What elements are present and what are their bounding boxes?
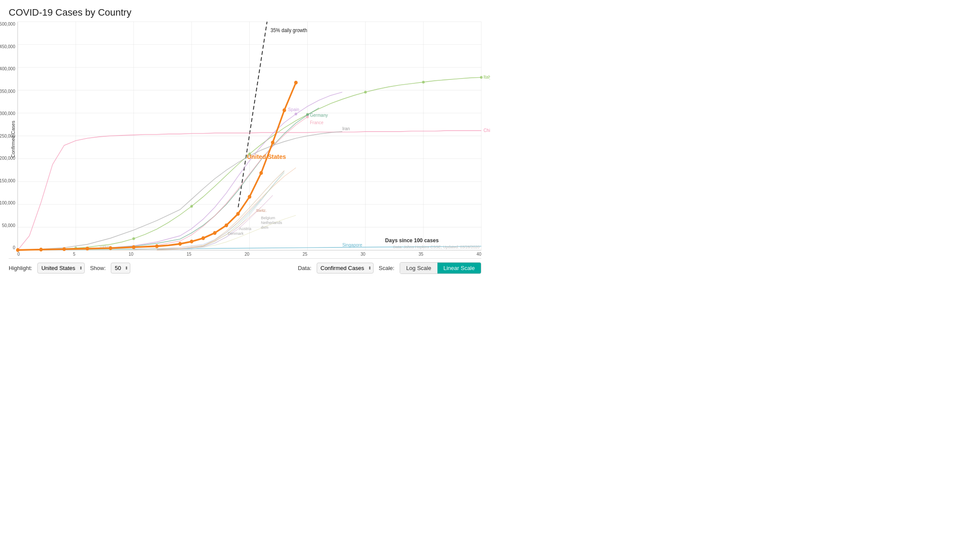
svg-point-30 (480, 76, 483, 79)
highlight-select-wrapper[interactable]: United States (37, 263, 85, 273)
chart-area: Confirmed Cases (9, 22, 481, 257)
svg-text:Belgium: Belgium (261, 215, 275, 220)
scale-label: Scale: (379, 265, 394, 271)
x-tick-15: 15 (186, 252, 191, 257)
svg-text:Austria: Austria (239, 226, 252, 231)
svg-text:Denmark: Denmark (228, 231, 244, 236)
svg-text:dxm: dxm (261, 224, 268, 229)
svg-text:France: France (310, 119, 323, 125)
svg-point-59 (225, 224, 228, 227)
svg-point-50 (63, 247, 66, 251)
svg-point-54 (155, 244, 159, 248)
y-tick-50k: 50,000 (2, 223, 15, 228)
chart-inner: 35% daily growth Italy (17, 22, 481, 257)
svg-point-60 (236, 212, 240, 216)
svg-point-56 (190, 240, 193, 244)
show-select-wrapper[interactable]: 50 (111, 263, 130, 273)
svg-point-52 (109, 246, 112, 250)
svg-point-49 (39, 248, 43, 252)
y-tick-500k: 500,000 (0, 22, 15, 26)
svg-text:Germany: Germany (310, 112, 328, 118)
svg-point-57 (202, 236, 205, 240)
svg-text:Netherlands: Netherlands (261, 220, 282, 224)
svg-point-63 (271, 141, 275, 145)
svg-point-61 (248, 195, 251, 199)
svg-line-20 (238, 22, 267, 207)
y-tick-450k: 450,000 (0, 44, 15, 49)
x-tick-40: 40 (477, 252, 481, 257)
x-tick-25: 25 (302, 252, 307, 257)
page-container: COVID-19 Cases by Country Confirmed Case… (0, 0, 490, 280)
svg-text:United States: United States (247, 153, 286, 160)
y-tick-150k: 150,000 (0, 178, 15, 183)
svg-text:China: China (483, 128, 490, 133)
scale-buttons: Log Scale Linear Scale (400, 262, 481, 274)
y-tick-0: 0 (13, 245, 15, 250)
svg-point-53 (132, 245, 136, 249)
svg-text:35% daily growth: 35% daily growth (271, 28, 307, 33)
x-tick-35: 35 (418, 252, 423, 257)
svg-point-64 (282, 108, 286, 112)
highlight-select[interactable]: United States (37, 263, 85, 273)
x-tick-30: 30 (361, 252, 365, 257)
svg-point-58 (213, 231, 216, 235)
x-axis: 0 5 10 15 20 25 30 35 40 (17, 250, 481, 257)
svg-point-29 (422, 81, 425, 84)
y-tick-350k: 350,000 (0, 89, 15, 94)
svg-point-51 (86, 247, 89, 250)
svg-text:Days since 100 cases: Days since 100 cases (385, 237, 439, 244)
svg-point-25 (190, 205, 193, 208)
data-label: Data: (298, 265, 311, 271)
data-source: Data: Johns Hopkins CSSE; Updated: 03/28… (393, 245, 480, 249)
svg-text:Iran: Iran (342, 125, 350, 131)
svg-point-55 (178, 242, 182, 246)
highlight-label: Highlight: (9, 265, 32, 271)
y-tick-100k: 100,000 (0, 201, 15, 205)
bottom-bar: Highlight: United States Show: 50 Data: … (9, 258, 481, 276)
show-select[interactable]: 50 (111, 263, 130, 273)
svg-point-33 (295, 112, 297, 115)
chart-svg: 35% daily growth Italy (18, 22, 481, 250)
svg-text:Singapore: Singapore (342, 242, 362, 247)
y-tick-200k: 200,000 (0, 156, 15, 161)
x-tick-5: 5 (73, 252, 76, 257)
linear-scale-button[interactable]: Linear Scale (437, 263, 481, 273)
svg-point-37 (306, 115, 309, 119)
svg-text:Italy: Italy (483, 74, 490, 79)
y-tick-250k: 250,000 (0, 134, 15, 138)
x-tick-20: 20 (245, 252, 249, 257)
x-tick-0: 0 (17, 252, 20, 257)
chart-plot: 35% daily growth Italy (17, 22, 481, 250)
show-label: Show: (90, 265, 106, 271)
y-tick-300k: 300,000 (0, 111, 15, 116)
svg-point-28 (364, 91, 367, 94)
data-select[interactable]: Confirmed Cases (317, 263, 374, 273)
log-scale-button[interactable]: Log Scale (400, 263, 437, 273)
data-select-wrapper[interactable]: Confirmed Cases (317, 263, 374, 273)
x-tick-10: 10 (129, 252, 133, 257)
svg-text:Spain: Spain (288, 107, 299, 112)
svg-point-65 (294, 81, 298, 85)
y-tick-400k: 400,000 (0, 66, 15, 71)
svg-point-24 (132, 237, 135, 240)
svg-point-62 (259, 171, 263, 175)
page-title: COVID-19 Cases by Country (9, 7, 481, 18)
